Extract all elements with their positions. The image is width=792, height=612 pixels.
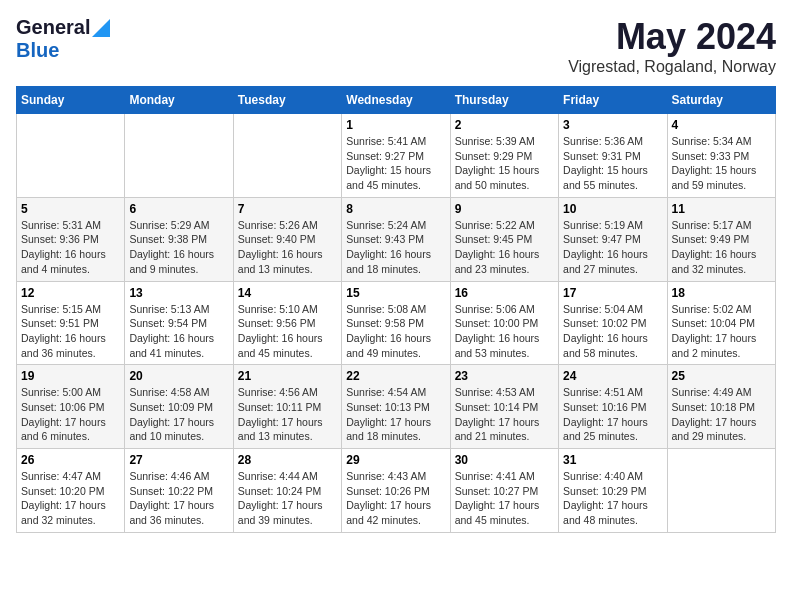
day-number: 10 [563,202,662,216]
calendar-table: SundayMondayTuesdayWednesdayThursdayFrid… [16,86,776,533]
day-info: Sunrise: 4:40 AM Sunset: 10:29 PM Daylig… [563,469,662,528]
day-info: Sunrise: 5:02 AM Sunset: 10:04 PM Daylig… [672,302,771,361]
day-number: 13 [129,286,228,300]
calendar-cell: 28Sunrise: 4:44 AM Sunset: 10:24 PM Dayl… [233,449,341,533]
day-info: Sunrise: 5:29 AM Sunset: 9:38 PM Dayligh… [129,218,228,277]
day-number: 7 [238,202,337,216]
day-info: Sunrise: 5:24 AM Sunset: 9:43 PM Dayligh… [346,218,445,277]
calendar-week-2: 12Sunrise: 5:15 AM Sunset: 9:51 PM Dayli… [17,281,776,365]
calendar-cell [233,114,341,198]
day-number: 6 [129,202,228,216]
day-number: 18 [672,286,771,300]
day-info: Sunrise: 4:49 AM Sunset: 10:18 PM Daylig… [672,385,771,444]
day-number: 1 [346,118,445,132]
weekday-header-row: SundayMondayTuesdayWednesdayThursdayFrid… [17,87,776,114]
weekday-header-monday: Monday [125,87,233,114]
day-info: Sunrise: 4:44 AM Sunset: 10:24 PM Daylig… [238,469,337,528]
day-info: Sunrise: 4:43 AM Sunset: 10:26 PM Daylig… [346,469,445,528]
day-number: 27 [129,453,228,467]
day-info: Sunrise: 4:56 AM Sunset: 10:11 PM Daylig… [238,385,337,444]
day-number: 12 [21,286,120,300]
calendar-cell: 25Sunrise: 4:49 AM Sunset: 10:18 PM Dayl… [667,365,775,449]
day-info: Sunrise: 5:00 AM Sunset: 10:06 PM Daylig… [21,385,120,444]
logo-general-text: General [16,16,90,39]
calendar-cell: 22Sunrise: 4:54 AM Sunset: 10:13 PM Dayl… [342,365,450,449]
day-number: 14 [238,286,337,300]
calendar-cell: 26Sunrise: 4:47 AM Sunset: 10:20 PM Dayl… [17,449,125,533]
calendar-cell: 29Sunrise: 4:43 AM Sunset: 10:26 PM Dayl… [342,449,450,533]
day-info: Sunrise: 5:08 AM Sunset: 9:58 PM Dayligh… [346,302,445,361]
calendar-cell: 23Sunrise: 4:53 AM Sunset: 10:14 PM Dayl… [450,365,558,449]
day-number: 31 [563,453,662,467]
day-number: 16 [455,286,554,300]
day-number: 26 [21,453,120,467]
calendar-cell: 30Sunrise: 4:41 AM Sunset: 10:27 PM Dayl… [450,449,558,533]
svg-marker-0 [92,19,110,37]
weekday-header-thursday: Thursday [450,87,558,114]
day-info: Sunrise: 5:15 AM Sunset: 9:51 PM Dayligh… [21,302,120,361]
day-number: 22 [346,369,445,383]
page-subtitle: Vigrestad, Rogaland, Norway [568,58,776,76]
day-info: Sunrise: 4:46 AM Sunset: 10:22 PM Daylig… [129,469,228,528]
day-info: Sunrise: 4:54 AM Sunset: 10:13 PM Daylig… [346,385,445,444]
day-number: 9 [455,202,554,216]
day-number: 23 [455,369,554,383]
day-info: Sunrise: 4:41 AM Sunset: 10:27 PM Daylig… [455,469,554,528]
calendar-cell: 3Sunrise: 5:36 AM Sunset: 9:31 PM Daylig… [559,114,667,198]
calendar-cell: 19Sunrise: 5:00 AM Sunset: 10:06 PM Dayl… [17,365,125,449]
day-number: 24 [563,369,662,383]
calendar-week-4: 26Sunrise: 4:47 AM Sunset: 10:20 PM Dayl… [17,449,776,533]
calendar-body: 1Sunrise: 5:41 AM Sunset: 9:27 PM Daylig… [17,114,776,533]
day-number: 11 [672,202,771,216]
calendar-cell: 24Sunrise: 4:51 AM Sunset: 10:16 PM Dayl… [559,365,667,449]
day-number: 15 [346,286,445,300]
calendar-cell [17,114,125,198]
day-number: 21 [238,369,337,383]
weekday-header-saturday: Saturday [667,87,775,114]
calendar-week-0: 1Sunrise: 5:41 AM Sunset: 9:27 PM Daylig… [17,114,776,198]
day-number: 8 [346,202,445,216]
calendar-cell: 20Sunrise: 4:58 AM Sunset: 10:09 PM Dayl… [125,365,233,449]
day-info: Sunrise: 5:39 AM Sunset: 9:29 PM Dayligh… [455,134,554,193]
calendar-cell: 17Sunrise: 5:04 AM Sunset: 10:02 PM Dayl… [559,281,667,365]
calendar-cell: 27Sunrise: 4:46 AM Sunset: 10:22 PM Dayl… [125,449,233,533]
day-info: Sunrise: 4:53 AM Sunset: 10:14 PM Daylig… [455,385,554,444]
day-info: Sunrise: 5:06 AM Sunset: 10:00 PM Daylig… [455,302,554,361]
calendar-cell: 21Sunrise: 4:56 AM Sunset: 10:11 PM Dayl… [233,365,341,449]
calendar-header: SundayMondayTuesdayWednesdayThursdayFrid… [17,87,776,114]
day-number: 20 [129,369,228,383]
day-number: 3 [563,118,662,132]
day-number: 5 [21,202,120,216]
day-number: 2 [455,118,554,132]
weekday-header-wednesday: Wednesday [342,87,450,114]
calendar-cell: 15Sunrise: 5:08 AM Sunset: 9:58 PM Dayli… [342,281,450,365]
calendar-cell: 6Sunrise: 5:29 AM Sunset: 9:38 PM Daylig… [125,197,233,281]
day-number: 29 [346,453,445,467]
calendar-cell: 11Sunrise: 5:17 AM Sunset: 9:49 PM Dayli… [667,197,775,281]
calendar-cell: 16Sunrise: 5:06 AM Sunset: 10:00 PM Dayl… [450,281,558,365]
weekday-header-friday: Friday [559,87,667,114]
day-info: Sunrise: 5:13 AM Sunset: 9:54 PM Dayligh… [129,302,228,361]
calendar-week-3: 19Sunrise: 5:00 AM Sunset: 10:06 PM Dayl… [17,365,776,449]
day-number: 25 [672,369,771,383]
page-title: May 2024 [568,16,776,58]
day-info: Sunrise: 5:36 AM Sunset: 9:31 PM Dayligh… [563,134,662,193]
day-info: Sunrise: 5:10 AM Sunset: 9:56 PM Dayligh… [238,302,337,361]
calendar-cell [667,449,775,533]
day-info: Sunrise: 5:31 AM Sunset: 9:36 PM Dayligh… [21,218,120,277]
calendar-cell: 13Sunrise: 5:13 AM Sunset: 9:54 PM Dayli… [125,281,233,365]
day-info: Sunrise: 5:41 AM Sunset: 9:27 PM Dayligh… [346,134,445,193]
day-number: 28 [238,453,337,467]
logo-icon [92,19,110,37]
weekday-header-sunday: Sunday [17,87,125,114]
weekday-header-tuesday: Tuesday [233,87,341,114]
day-info: Sunrise: 5:04 AM Sunset: 10:02 PM Daylig… [563,302,662,361]
calendar-cell [125,114,233,198]
day-info: Sunrise: 5:34 AM Sunset: 9:33 PM Dayligh… [672,134,771,193]
day-info: Sunrise: 4:51 AM Sunset: 10:16 PM Daylig… [563,385,662,444]
day-info: Sunrise: 5:19 AM Sunset: 9:47 PM Dayligh… [563,218,662,277]
page-header: General Blue May 2024 Vigrestad, Rogalan… [16,16,776,76]
calendar-cell: 10Sunrise: 5:19 AM Sunset: 9:47 PM Dayli… [559,197,667,281]
calendar-cell: 4Sunrise: 5:34 AM Sunset: 9:33 PM Daylig… [667,114,775,198]
logo-blue-text: Blue [16,39,59,61]
